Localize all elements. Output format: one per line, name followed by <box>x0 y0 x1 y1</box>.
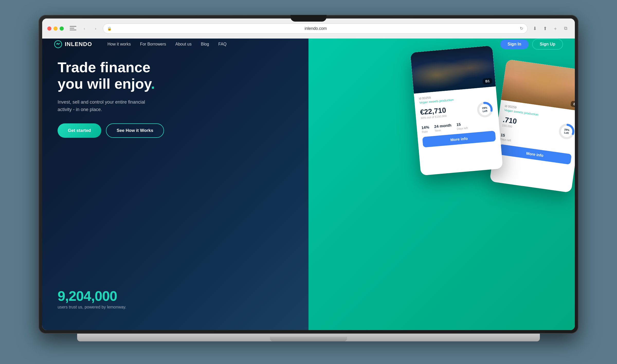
hero-title-line1: Trade finance <box>58 59 150 75</box>
traffic-lights <box>47 26 64 31</box>
new-tab-button[interactable]: ＋ <box>551 24 559 33</box>
logo[interactable]: INLENDO <box>54 40 92 48</box>
hero-subtitle: Invest, sell and control your entire fin… <box>58 98 155 113</box>
card-back-stat-days: 15 Days left <box>500 133 512 142</box>
back-button[interactable]: ‹ <box>80 24 88 33</box>
lock-icon: 🔒 <box>107 26 112 31</box>
navbar: INLENDO How it works For Borrowers About… <box>42 39 575 53</box>
minimize-button[interactable] <box>53 26 58 31</box>
laptop-base-notch <box>270 337 347 341</box>
nav-link-about-us[interactable]: About us <box>175 42 192 47</box>
stat-number: 9,204,000 <box>58 288 126 304</box>
hero-title-dot: . <box>151 76 155 92</box>
camera-notch <box>291 15 326 22</box>
card-front-stat-rate: 14% Rate <box>421 125 430 133</box>
stat-label: users trust us, powered by lemonway. <box>58 305 126 310</box>
nav-links: How it works For Borrowers About us Blog… <box>107 42 500 47</box>
cards-container: B1 id 00259 Vegan sweets production .710 <box>400 49 575 198</box>
share-button[interactable]: ⬆ <box>541 24 549 33</box>
signin-button[interactable]: Sign In <box>500 39 528 49</box>
close-button[interactable] <box>47 26 51 31</box>
card-back-donut-label: 29% Left <box>557 122 575 141</box>
hero-buttons: Get started See How it Works <box>58 123 164 138</box>
refresh-icon[interactable]: ↻ <box>520 26 523 31</box>
card-front-donut: 29% Left <box>476 101 494 119</box>
nav-link-how-it-works[interactable]: How it works <box>107 42 131 47</box>
laptop-shell: ‹ › 🔒 inlendo.com ↻ ⬇ ⬆ ＋ ⧉ <box>39 15 578 349</box>
card-back-donut: 29% Left <box>557 122 575 141</box>
get-started-button[interactable]: Get started <box>58 123 101 138</box>
url-bar[interactable]: 🔒 inlendo.com ↻ <box>103 23 528 34</box>
download-button[interactable]: ⬇ <box>531 24 539 33</box>
hero-content: Trade finance you will enjoy. Invest, se… <box>58 59 164 153</box>
svg-point-1 <box>57 43 59 45</box>
nav-actions: Sign In Sign Up <box>500 39 563 50</box>
sidebar-toggle-button[interactable] <box>69 24 77 33</box>
screen-inner: ‹ › 🔒 inlendo.com ↻ ⬇ ⬆ ＋ ⧉ <box>42 19 575 330</box>
investment-card-front[interactable]: B1 id 00259 Vegan sweets production €22,… <box>410 46 503 176</box>
see-how-it-works-button[interactable]: See How it Works <box>106 123 164 138</box>
nav-link-for-borrowers[interactable]: For Borrowers <box>140 42 166 47</box>
logo-icon <box>54 40 62 48</box>
card-front-stat-term: 24 month Term <box>434 123 452 132</box>
hero-title-line2: you will enjoy <box>58 76 151 92</box>
fullscreen-button[interactable] <box>60 26 64 31</box>
card-front-badge: B1 <box>483 78 492 85</box>
website: INLENDO How it works For Borrowers About… <box>42 39 575 330</box>
screen-bezel: ‹ › 🔒 inlendo.com ↻ ⬇ ⬆ ＋ ⧉ <box>39 15 578 334</box>
card-front-stat-days: 15 Days left <box>456 122 468 131</box>
card-front-body: id 00259 Vegan sweets production €22,710… <box>414 86 501 151</box>
hero-section: Trade finance you will enjoy. Invest, se… <box>42 39 575 330</box>
hero-stats: 9,204,000 users trust us, powered by lem… <box>58 288 126 310</box>
card-front-donut-label: 29% Left <box>476 101 494 119</box>
nav-link-faq[interactable]: FAQ <box>218 42 226 47</box>
url-text: inlendo.com <box>114 26 518 31</box>
hero-title: Trade finance you will enjoy. <box>58 59 164 92</box>
logo-text: INLENDO <box>65 41 92 48</box>
forward-button[interactable]: › <box>92 24 100 33</box>
signup-button[interactable]: Sign Up <box>532 39 563 50</box>
nav-link-blog[interactable]: Blog <box>201 42 209 47</box>
tabs-button[interactable]: ⧉ <box>561 24 570 33</box>
card-front-more-btn[interactable]: More info <box>422 131 496 148</box>
card-back-body: id 00259 Vegan sweets production .710 15… <box>493 100 575 169</box>
browser-actions: ⬇ ⬆ ＋ ⧉ <box>531 24 570 33</box>
laptop-base <box>77 334 540 341</box>
investment-card-back[interactable]: B1 id 00259 Vegan sweets production .710 <box>489 59 575 193</box>
